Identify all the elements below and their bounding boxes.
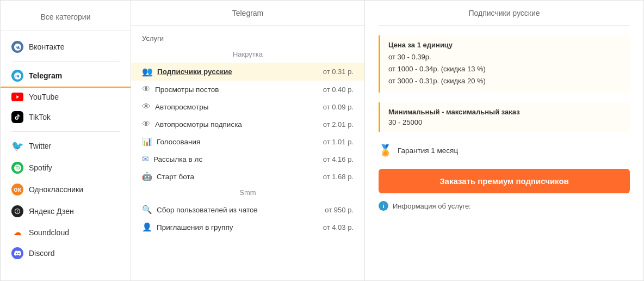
service-name-podpischiki: Подписчики русские [157, 68, 319, 76]
service-name-sbor: Сбор пользователей из чатов [157, 206, 320, 214]
service-price-golosovaniya: от 1.01 р. [323, 138, 354, 146]
middle-panel: Telegram Услуги Накрутка 👥 Подписчики ру… [131, 1, 365, 280]
tiktok-icon [11, 111, 23, 123]
service-price-prosmotr: от 0.40 р. [323, 85, 354, 94]
info-row: i Информация об услуге: [379, 201, 630, 211]
service-price-avtoprosmotr: от 0.09 р. [323, 103, 354, 111]
sidebar-item-label: Discord [29, 249, 54, 258]
service-name-avtoprosmotr-podpiska: Автопросмотры подписка [155, 120, 319, 129]
service-price-rassylka: от 4.16 р. [323, 155, 354, 163]
price-base: от 30 - 0.39р. [388, 51, 622, 63]
telegram-icon [11, 70, 23, 82]
twitter-icon: 🐦 [11, 140, 23, 152]
sidebar-item-tiktok[interactable]: TikTok [1, 106, 131, 128]
sidebar-item-label: Вконтакте [29, 42, 65, 51]
service-name-start-bota: Старт бота [157, 173, 319, 181]
soundcloud-icon: ☁ [11, 227, 23, 237]
service-golosovaniya[interactable]: 📊 Голосования от 1.01 р. [131, 133, 364, 150]
right-panel: Подписчики русские Цена за 1 единицу от … [365, 1, 643, 280]
service-icon-avtoprosmotr-podpiska: 👁 [142, 119, 151, 129]
sidebar: Все категории Вконтакте Telegram YouTube [1, 1, 131, 280]
middle-header: Telegram [131, 9, 364, 26]
smm-title: Smm [131, 185, 364, 201]
sidebar-item-label: Telegram [29, 71, 62, 80]
price-1000: от 1000 - 0.34р. (скидка 13 %) [388, 63, 622, 75]
sidebar-item-vkontakte[interactable]: Вконтакте [1, 36, 131, 58]
info-icon: i [379, 201, 388, 211]
service-price-avtoprosmotr-podpiska: от 2.01 р. [323, 120, 354, 129]
service-icon-start-bota: 🤖 [142, 172, 152, 181]
service-rassylka[interactable]: ✉ Рассылка в лс от 4.16 р. [131, 150, 364, 168]
service-name-priglasheniya: Приглашения в группу [157, 223, 319, 231]
sidebar-item-label: Spotify [29, 163, 52, 172]
info-label: Информация об услуге: [393, 202, 471, 210]
sidebar-item-label: YouTube [29, 93, 59, 101]
service-icon-avtoprosmotr: 👁 [142, 102, 151, 112]
service-avtoprosmotr-podpiska[interactable]: 👁 Автопросмотры подписка от 2.01 р. [131, 115, 364, 133]
sidebar-item-spotify[interactable]: Spotify [1, 157, 131, 179]
sidebar-item-yandex-dzen[interactable]: Яндекс Дзен [1, 200, 131, 222]
sidebar-item-soundcloud[interactable]: ☁ Soundcloud [1, 222, 131, 242]
service-price-sbor: от 950 р. [325, 206, 354, 214]
service-name-rassylka: Рассылка в лс [153, 155, 319, 163]
service-avtoprosmotr[interactable]: 👁 Автопросмотры от 0.09 р. [131, 98, 364, 115]
service-price-podpischiki: от 0.31 р. [323, 68, 354, 76]
service-icon-prosmotr: 👁 [142, 84, 151, 94]
service-icon-rassylka: ✉ [142, 154, 149, 164]
minmax-label: Минимальный - максимальный заказ [388, 108, 622, 116]
minmax-box: Минимальный - максимальный заказ 30 - 25… [379, 102, 630, 132]
service-icon-sbor: 🔍 [142, 205, 152, 215]
vk-icon [11, 41, 23, 53]
sidebar-item-label: TikTok [29, 113, 51, 121]
sidebar-item-label: Soundcloud [29, 228, 69, 237]
service-start-bota[interactable]: 🤖 Старт бота от 1.68 р. [131, 168, 364, 185]
service-sbor[interactable]: 🔍 Сбор пользователей из чатов от 950 р. [131, 201, 364, 218]
service-name-golosovaniya: Голосования [157, 138, 319, 146]
service-name-avtoprosmotr: Автопросмотры [155, 103, 319, 111]
yandex-dzen-icon [11, 205, 23, 217]
guarantee-row: 🏅 Гарантия 1 месяц [379, 142, 630, 159]
service-priglasheniya[interactable]: 👤 Приглашения в группу от 4.03 р. [131, 218, 364, 236]
price-label: Цена за 1 единицу [388, 41, 622, 49]
sidebar-divider-1 [11, 61, 120, 62]
guarantee-icon: 🏅 [379, 144, 392, 157]
service-price-priglasheniya: от 4.03 р. [323, 223, 354, 231]
service-icon-podpischiki: 👥 [142, 66, 153, 77]
price-3000: от 3000 - 0.31р. (скидка 20 %) [388, 75, 622, 87]
service-name-prosmotr: Просмотры постов [155, 85, 319, 94]
service-icon-priglasheniya: 👤 [142, 222, 152, 232]
sidebar-header: Все категории [1, 6, 131, 30]
sidebar-item-discord[interactable]: Discord [1, 242, 131, 264]
sidebar-item-twitter[interactable]: 🐦 Twitter [1, 135, 131, 157]
spotify-icon [11, 162, 23, 174]
sidebar-item-odnoklassniki[interactable]: ок Одноклассники [1, 179, 131, 200]
nakrutka-title: Накрутка [131, 47, 364, 63]
guarantee-text: Гарантия 1 месяц [398, 146, 458, 155]
sidebar-item-youtube[interactable]: YouTube [1, 88, 131, 106]
youtube-icon [11, 93, 23, 101]
sidebar-item-label: Одноклассники [29, 185, 83, 194]
service-icon-golosovaniya: 📊 [142, 137, 152, 146]
services-label: Услуги [131, 32, 364, 47]
service-prosmotr-postov[interactable]: 👁 Просмотры постов от 0.40 р. [131, 81, 364, 98]
price-info-box: Цена за 1 единицу от 30 - 0.39р. от 1000… [379, 35, 630, 93]
sidebar-item-label: Яндекс Дзен [29, 207, 74, 216]
minmax-value: 30 - 25000 [388, 118, 622, 126]
sidebar-item-label: Twitter [29, 142, 51, 150]
service-podpischiki-russkie[interactable]: 👥 Подписчики русские от 0.31 р. [131, 63, 364, 81]
sidebar-divider-2 [11, 131, 120, 132]
discord-icon [11, 247, 23, 259]
right-header: Подписчики русские [379, 9, 630, 26]
order-button[interactable]: Заказать премиум подписчиков [379, 169, 630, 193]
ok-icon: ок [11, 184, 23, 196]
sidebar-item-telegram[interactable]: Telegram [1, 65, 131, 88]
service-price-start-bota: от 1.68 р. [323, 173, 354, 181]
